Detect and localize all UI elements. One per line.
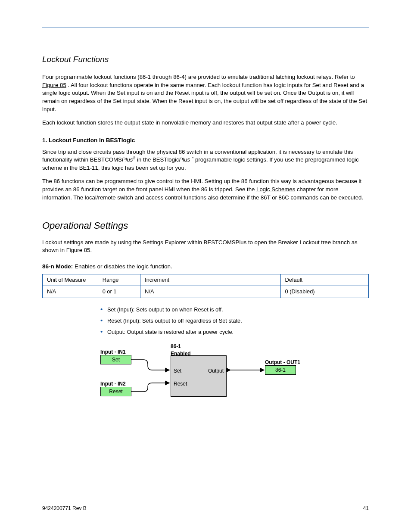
sub1-para2: The 86 functions can be programmed to gi… [42,177,369,202]
port-output: Output [208,367,224,375]
list-item: Output: Output state is restored after a… [100,328,369,336]
footer-rule [42,502,369,502]
td-unit: N/A [43,286,98,298]
th-range: Range [98,274,140,286]
td-default: 0 (Disabled) [280,286,368,298]
io-list: Set (Input): Sets output to on when Rese… [100,306,369,336]
top-rule [42,28,369,28]
intro-text-b: . All four lockout functions operate in … [42,82,367,112]
sub1-p1b: in the BESTlogic [135,157,179,163]
logic-schemes-link[interactable]: Logic Schemes [256,186,295,193]
th-unit: Unit of Measure [43,274,98,286]
list-item: Reset (Input): Sets output to off regard… [100,317,369,325]
output-arrowhead [227,368,231,372]
table-row: N/A 0 or 1 N/A 0 (Disabled) [43,286,369,298]
intro-paragraph: Four programmable lockout functions (86-… [42,73,369,114]
page-footer: 9424200771 Rev B 41 [42,502,369,512]
port-set: Set [174,367,181,375]
settings-table: Unit of Measure Range Increment Default … [42,274,369,298]
param-label: 86-n Mode: [42,263,73,270]
intro-text-a: Four programmable lockout functions (86-… [42,74,355,80]
td-increment: N/A [140,286,281,298]
th-default: Default [280,274,368,286]
block-label: 86-1 Enabled [171,343,191,358]
footer-doc-id: 9424200771 Rev B [42,505,87,512]
td-range: 0 or 1 [98,286,140,298]
footer-page-number: 41 [363,505,369,512]
operational-settings-heading: Operational Settings [42,219,369,232]
op-settings-para: Lockout settings are made by using the S… [42,239,369,255]
function-block: Set Reset Output [171,355,227,397]
sub1-p2b: . The local/remote switch and access con… [70,194,363,201]
list-item: Set (Input): Sets output to on when Rese… [100,306,369,314]
in2-box: Reset [100,387,131,396]
sub1-p2-linka: See the [235,186,256,193]
port-reset: Reset [174,380,187,388]
param-desc: Enables or disables the logic function. [75,263,172,270]
lockout-diagram: Set Reset Output 86-1 Enabled Input - IN… [100,341,333,417]
para-nonvolatile: Each lockout function stores the output … [42,119,369,127]
figure-ref[interactable]: Figure 85 [42,82,66,88]
section-title: Lockout Functions [42,54,369,65]
sub1-para1: Since trip and close circuits pass throu… [42,148,369,173]
th-increment: Increment [140,274,281,286]
table-row: Unit of Measure Range Increment Default [43,274,369,286]
out1-box: 86-1 [265,365,296,375]
sub-heading-bestlogic: 1. Lockout Function in BESTlogic [42,136,369,144]
in1-box: Set [100,355,131,364]
